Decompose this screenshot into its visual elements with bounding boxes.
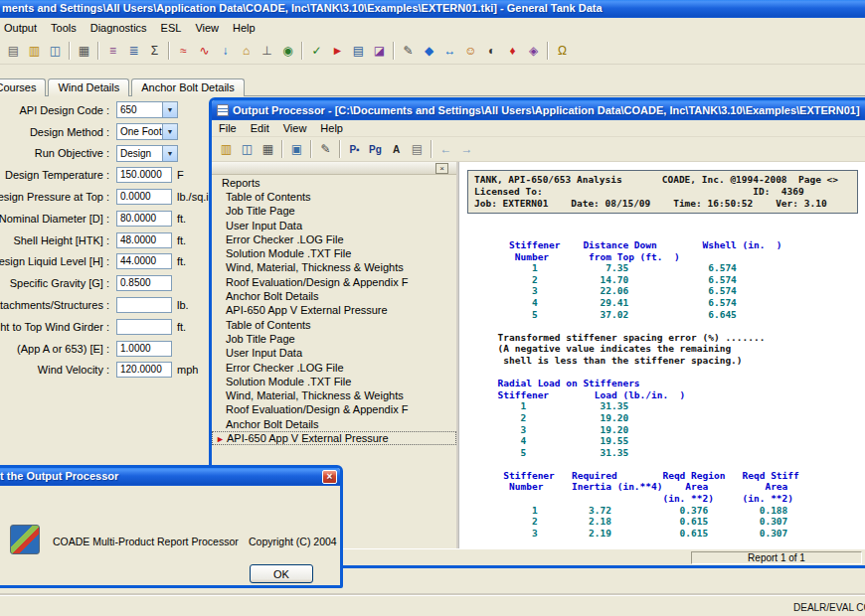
op-menu-edit[interactable]: Edit [244, 119, 276, 137]
op-menu-file[interactable]: File [212, 119, 244, 137]
report-line: Stiffener Distance Down Wshell (in. ) [469, 239, 865, 251]
design-temperature-field[interactable]: 150.0000 [116, 167, 172, 183]
report-item[interactable]: User Input Data [212, 346, 456, 360]
report-item[interactable]: Roof Evaluation/Design & Appendix F [212, 402, 456, 416]
shell-height-htk-field[interactable]: 48.0000 [116, 232, 172, 248]
input-list-icon[interactable]: ≣ [123, 41, 144, 61]
report-item[interactable]: Wind, Material, Thickness & Weights [212, 388, 456, 402]
op-menu-view[interactable]: View [276, 119, 314, 137]
tab-anchor-bolt-details[interactable]: Anchor Bolt Details [131, 78, 245, 96]
report-item-label: Wind, Material, Thickness & Weights [226, 389, 404, 401]
report-item[interactable]: Roof Evaluation/Design & Appendix F [212, 275, 456, 289]
report-item[interactable]: Table of Contents [212, 318, 456, 332]
load-icon[interactable]: ↓ [215, 41, 236, 61]
about-titlebar[interactable]: About the Output Processor × [0, 468, 340, 486]
chevron-down-icon[interactable]: ▼ [162, 146, 177, 161]
error-check-icon[interactable]: ✓ [306, 41, 327, 61]
report-item[interactable]: Job Title Page [212, 204, 456, 218]
report-item[interactable]: Anchor Bolt Details [212, 289, 456, 303]
chevron-down-icon[interactable]: ▼ [162, 102, 177, 117]
wind-velocity-field[interactable]: 120.0000 [116, 362, 172, 378]
report-page-header-line: TANK, API-650/653 Analysis COADE, Inc. @… [474, 174, 851, 186]
report-item[interactable]: API-650 App V External Pressure [212, 303, 456, 317]
report-item[interactable]: Table of Contents [212, 190, 456, 204]
roof-icon[interactable]: ⌂ [236, 41, 257, 61]
report-item[interactable]: Error Checker .LOG File [212, 361, 456, 375]
open-icon[interactable]: ▥ [24, 41, 45, 61]
attachments-structures-field[interactable] [116, 297, 172, 313]
ok-button[interactable]: OK [250, 564, 313, 583]
specific-gravity-g-field[interactable]: 0.8500 [116, 275, 172, 291]
nozzle-icon[interactable]: ◉ [277, 41, 298, 61]
save-icon[interactable]: ◫ [45, 41, 66, 61]
forward-icon[interactable]: → [456, 139, 477, 159]
nominal-diameter-d-field[interactable]: 80.0000 [116, 211, 172, 227]
report-line: (in. **2) (in. **2) [469, 493, 865, 505]
output-titlebar[interactable]: Output Processor - [C:\Documents and Set… [212, 100, 865, 120]
seismic-icon[interactable]: ∿ [194, 41, 215, 61]
report-item[interactable]: Job Title Page [212, 332, 456, 346]
wind-icon[interactable]: ≈ [173, 41, 194, 61]
toolbar-separator [547, 42, 549, 60]
report-item[interactable]: Solution Module .TXT File [212, 246, 456, 260]
report-item[interactable]: Anchor Bolt Details [212, 417, 456, 431]
tab-shell-courses[interactable]: Shell Courses [0, 78, 46, 96]
anchor-icon[interactable]: ⊥ [257, 41, 277, 61]
report-line: 5 31.35 [469, 447, 865, 459]
run-icon[interactable]: ► [327, 41, 348, 61]
lock-icon[interactable]: Ω [552, 41, 573, 61]
review-icon[interactable]: ◈ [523, 41, 544, 61]
page-icon[interactable]: Pg [365, 139, 386, 159]
save-icon[interactable]: ◫ [237, 139, 258, 159]
pagebreak-icon[interactable]: P▪ [344, 139, 365, 159]
report-line: shell is less than the stiffener spacing… [469, 355, 865, 367]
menu-diagnostics[interactable]: Diagnostics [84, 19, 154, 37]
dimension-icon[interactable]: ↔ [439, 41, 460, 61]
reports-panel-close-icon[interactable]: × [435, 163, 448, 174]
menu-output[interactable]: Output [0, 19, 44, 37]
report-line: Radial Load on Stiffeners [469, 378, 865, 389]
report-item-label: API-650 App V External Pressure [227, 432, 389, 444]
menu-esl[interactable]: ESL [154, 19, 189, 37]
menu-help[interactable]: Help [226, 19, 262, 37]
edit-icon[interactable]: ✎ [398, 41, 419, 61]
about-close-icon[interactable]: × [322, 470, 337, 484]
report-item[interactable]: Error Checker .LOG File [212, 232, 456, 246]
tab-wind-details[interactable]: Wind Details [48, 78, 129, 96]
plot-icon[interactable]: ◪ [369, 41, 390, 61]
height-to-top-wind-girder-field[interactable] [116, 319, 172, 335]
run-objective-combo[interactable]: Design▼ [116, 145, 178, 162]
report-item-selected[interactable]: ►API-650 App V External Pressure [212, 431, 456, 445]
runner-icon[interactable]: ☺ [460, 41, 481, 61]
op-menu-help[interactable]: Help [313, 119, 350, 137]
graph-icon[interactable]: ◐ [481, 41, 502, 61]
material-icon[interactable]: ◆ [419, 41, 439, 61]
font-icon[interactable]: A [386, 139, 407, 159]
chevron-down-icon[interactable]: ▼ [162, 124, 177, 139]
display-icon[interactable]: ▣ [286, 139, 307, 159]
units-icon[interactable]: ≡ [102, 41, 123, 61]
app-a-or-653-e-field[interactable]: 1.0000 [116, 341, 172, 357]
field-label: Run Objective : [0, 147, 112, 159]
back-icon[interactable]: ← [435, 139, 456, 159]
report-line: 2 19.20 [469, 412, 865, 424]
design-method-combo[interactable]: One Foot▼ [116, 123, 178, 140]
sum-icon[interactable]: Σ [144, 41, 165, 61]
open-icon[interactable]: ▥ [216, 139, 237, 159]
api-design-code-combo[interactable]: 650▼ [116, 101, 178, 118]
note-icon[interactable]: ▤ [407, 139, 428, 159]
menu-tools[interactable]: Tools [44, 19, 84, 37]
menu-view[interactable]: View [188, 19, 226, 37]
main-menubar: OutputToolsDiagnosticsESLViewHelp [0, 18, 865, 37]
design-pressure-at-top-field[interactable]: 0.0000 [116, 189, 172, 205]
flag-icon[interactable]: ♦ [502, 41, 523, 61]
design-liquid-level-h-field[interactable]: 44.0000 [116, 253, 172, 269]
report-icon[interactable]: ▤ [348, 41, 369, 61]
print-icon[interactable]: ▦ [74, 41, 94, 61]
new-icon[interactable]: ▤ [3, 41, 24, 61]
edit-pen-icon[interactable]: ✎ [315, 139, 336, 159]
report-item[interactable]: Wind, Material, Thickness & Weights [212, 260, 456, 274]
report-item[interactable]: User Input Data [212, 219, 456, 232]
print-icon[interactable]: ▦ [258, 139, 278, 159]
report-item[interactable]: Solution Module .TXT File [212, 375, 456, 388]
